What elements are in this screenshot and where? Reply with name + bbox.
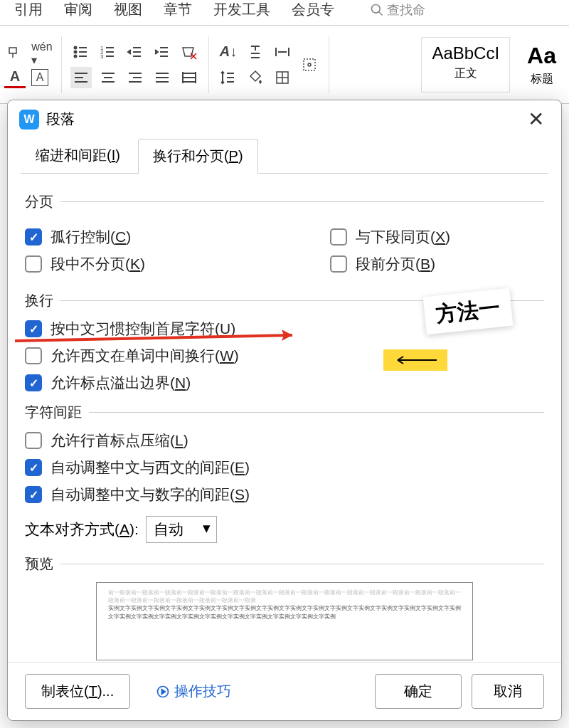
settings-icon[interactable] [299, 54, 320, 75]
check-compress-punctuation[interactable]: 允许行首标点压缩(L) [25, 431, 544, 450]
check-cjk-latin-spacing[interactable]: 自动调整中文与西文的间距(E) [25, 458, 544, 478]
wps-logo-icon: W [19, 110, 39, 130]
ribbon-tabs: 引用 审阅 视图 章节 开发工具 会员专 查找命 [0, 0, 569, 26]
ribbon-tab[interactable]: 会员专 [292, 0, 334, 19]
align-distribute-icon[interactable] [179, 67, 200, 88]
cancel-button[interactable]: 取消 [472, 674, 544, 709]
svg-point-6 [75, 55, 77, 57]
numbered-list-icon[interactable]: 123 [97, 41, 119, 63]
check-hanging-punctuation[interactable]: 允许标点溢出边界(N) [25, 373, 544, 393]
section-pagination: 分页 [25, 192, 544, 211]
svg-text:3: 3 [100, 53, 104, 60]
check-page-break-before[interactable]: 段前分页(B) [330, 254, 450, 274]
tab-icon[interactable] [272, 41, 293, 63]
text-alignment-label: 文本对齐方式(A): [25, 519, 139, 539]
format-painter-icon[interactable] [4, 41, 26, 63]
svg-point-0 [372, 4, 381, 13]
check-keep-lines-together[interactable]: 段中不分页(K) [25, 254, 145, 274]
tips-button[interactable]: 操作技巧 [140, 674, 247, 709]
text-direction-icon[interactable]: A↓ [218, 41, 239, 63]
search-area[interactable]: 查找命 [370, 0, 425, 19]
svg-point-49 [308, 63, 311, 66]
decrease-indent-icon[interactable] [124, 41, 146, 63]
check-orphan-control[interactable]: 孤行控制(C) [25, 227, 145, 247]
ribbon-tab[interactable]: 开发工具 [213, 0, 270, 19]
increase-indent-icon[interactable] [151, 41, 173, 63]
ribbon-tab[interactable]: 视图 [114, 0, 142, 19]
svg-rect-48 [304, 59, 315, 70]
align-left-icon[interactable] [70, 67, 92, 88]
check-latin-word-wrap[interactable]: 允许西文在单词中间换行(W) [25, 346, 544, 366]
borders-icon[interactable] [272, 67, 293, 88]
section-preview: 预览 [25, 554, 544, 574]
play-circle-icon [156, 685, 170, 699]
character-border-icon[interactable]: A [31, 69, 48, 86]
preview-box: 前一段落前一段落前一段落前一段落前一段落前一段落前一段落前一段落前一段落前一段落… [96, 582, 473, 660]
ok-button[interactable]: 确定 [375, 674, 462, 709]
font-color-icon[interactable]: A [4, 67, 26, 88]
dialog-title: 段落 [46, 110, 75, 129]
paragraph-dialog: W 段落 ✕ 缩进和间距(I) 换行和分页(P) 分页 孤行控制(C) 段中不分… [7, 100, 562, 721]
check-keep-with-next[interactable]: 与下段同页(X) [330, 227, 450, 247]
align-justify-icon[interactable] [151, 67, 173, 88]
ribbon-tab[interactable]: 章节 [164, 0, 192, 19]
style-gallery: AaBbCcI 正文 Aa 标题 [407, 37, 566, 93]
ribbon-toolbar: A wén▾ A 123 A↓ AaBbCcI [0, 26, 569, 104]
check-cjk-number-spacing[interactable]: 自动调整中文与数字的间距(S) [25, 485, 544, 505]
svg-line-1 [379, 11, 383, 15]
annotation-arrow-yellow [383, 349, 447, 371]
bullet-list-icon[interactable] [70, 41, 92, 63]
ribbon-tab[interactable]: 引用 [14, 0, 43, 19]
tabs-button[interactable]: 制表位(T)... [25, 674, 130, 709]
paragraph-spacing-icon[interactable] [245, 41, 266, 63]
shading-icon[interactable] [245, 67, 266, 88]
line-spacing-icon[interactable] [218, 67, 239, 88]
section-char-spacing: 字符间距 [25, 403, 544, 422]
style-normal[interactable]: AaBbCcI 正文 [421, 37, 510, 93]
align-right-icon[interactable] [124, 67, 146, 88]
svg-point-4 [75, 51, 77, 53]
clear-format-icon[interactable] [179, 41, 200, 63]
tab-indent-spacing[interactable]: 缩进和间距(I) [21, 138, 135, 173]
close-button[interactable]: ✕ [522, 107, 550, 131]
align-center-icon[interactable] [97, 67, 119, 88]
style-heading[interactable]: Aa 标题 [517, 37, 566, 93]
ribbon-tab[interactable]: 审阅 [64, 0, 92, 19]
phonetic-guide-icon[interactable]: wén▾ [31, 43, 53, 65]
search-icon [370, 3, 384, 17]
tab-line-page-breaks[interactable]: 换行和分页(P) [138, 139, 258, 174]
text-alignment-select[interactable]: 自动 [146, 516, 217, 543]
svg-point-2 [75, 46, 77, 48]
